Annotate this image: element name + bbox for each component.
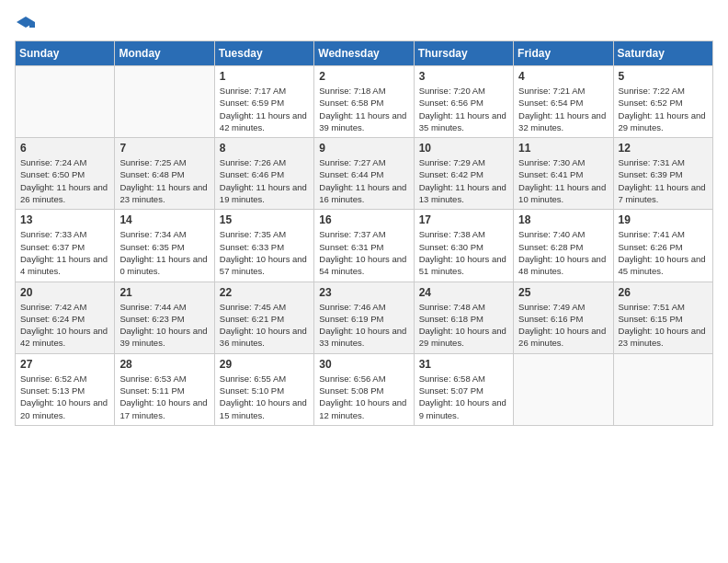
day-number: 2 bbox=[319, 70, 408, 83]
calendar-day-cell: 7Sunrise: 7:25 AM Sunset: 6:48 PM Daylig… bbox=[115, 138, 214, 210]
day-number: 23 bbox=[319, 286, 408, 299]
day-number: 14 bbox=[119, 213, 209, 226]
day-number: 24 bbox=[419, 286, 508, 299]
day-number: 12 bbox=[619, 142, 708, 155]
day-info: Sunrise: 7:30 AM Sunset: 6:41 PM Dayligh… bbox=[518, 156, 608, 205]
logo-bird-icon bbox=[17, 15, 35, 33]
calendar-day-cell bbox=[613, 353, 712, 425]
calendar-day-cell: 6Sunrise: 7:24 AM Sunset: 6:50 PM Daylig… bbox=[16, 138, 115, 210]
calendar-day-cell: 22Sunrise: 7:45 AM Sunset: 6:21 PM Dayli… bbox=[214, 282, 313, 353]
day-number: 27 bbox=[20, 358, 109, 371]
day-number: 20 bbox=[20, 286, 109, 299]
calendar-day-cell: 1Sunrise: 7:17 AM Sunset: 6:59 PM Daylig… bbox=[214, 66, 313, 138]
calendar-day-cell: 18Sunrise: 7:40 AM Sunset: 6:28 PM Dayli… bbox=[514, 210, 613, 282]
calendar-day-cell: 10Sunrise: 7:29 AM Sunset: 6:42 PM Dayli… bbox=[414, 138, 513, 210]
day-info: Sunrise: 7:45 AM Sunset: 6:21 PM Dayligh… bbox=[220, 301, 309, 350]
day-info: Sunrise: 7:46 AM Sunset: 6:19 PM Dayligh… bbox=[319, 301, 408, 350]
day-info: Sunrise: 7:40 AM Sunset: 6:28 PM Dayligh… bbox=[518, 228, 608, 277]
calendar-day-cell: 16Sunrise: 7:37 AM Sunset: 6:31 PM Dayli… bbox=[314, 210, 414, 282]
calendar-day-cell: 20Sunrise: 7:42 AM Sunset: 6:24 PM Dayli… bbox=[16, 282, 115, 353]
calendar-day-cell: 24Sunrise: 7:48 AM Sunset: 6:18 PM Dayli… bbox=[414, 282, 513, 353]
day-info: Sunrise: 7:35 AM Sunset: 6:33 PM Dayligh… bbox=[220, 228, 309, 277]
day-number: 13 bbox=[20, 213, 109, 226]
day-info: Sunrise: 7:27 AM Sunset: 6:44 PM Dayligh… bbox=[319, 156, 408, 205]
day-info: Sunrise: 7:49 AM Sunset: 6:16 PM Dayligh… bbox=[518, 301, 608, 350]
day-info: Sunrise: 6:53 AM Sunset: 5:11 PM Dayligh… bbox=[119, 373, 209, 421]
day-number: 16 bbox=[319, 213, 408, 226]
day-of-week-header: Friday bbox=[514, 41, 613, 66]
calendar-day-cell: 19Sunrise: 7:41 AM Sunset: 6:26 PM Dayli… bbox=[613, 210, 712, 282]
calendar-day-cell bbox=[514, 353, 613, 425]
day-number: 22 bbox=[220, 286, 309, 299]
calendar-day-cell bbox=[16, 66, 115, 138]
day-info: Sunrise: 7:42 AM Sunset: 6:24 PM Dayligh… bbox=[20, 301, 109, 350]
calendar-table: SundayMondayTuesdayWednesdayThursdayFrid… bbox=[15, 40, 713, 426]
day-of-week-header: Thursday bbox=[414, 41, 513, 66]
day-number: 5 bbox=[619, 70, 708, 83]
calendar-week-row: 27Sunrise: 6:52 AM Sunset: 5:13 PM Dayli… bbox=[16, 353, 713, 425]
calendar-week-row: 6Sunrise: 7:24 AM Sunset: 6:50 PM Daylig… bbox=[16, 138, 713, 210]
day-info: Sunrise: 7:29 AM Sunset: 6:42 PM Dayligh… bbox=[419, 156, 508, 205]
day-info: Sunrise: 7:34 AM Sunset: 6:35 PM Dayligh… bbox=[119, 228, 209, 277]
calendar-day-cell: 3Sunrise: 7:20 AM Sunset: 6:56 PM Daylig… bbox=[414, 66, 513, 138]
day-number: 29 bbox=[220, 358, 309, 371]
day-number: 4 bbox=[518, 70, 608, 83]
day-number: 25 bbox=[518, 286, 608, 299]
day-number: 15 bbox=[220, 213, 309, 226]
calendar-day-cell: 12Sunrise: 7:31 AM Sunset: 6:39 PM Dayli… bbox=[613, 138, 712, 210]
day-info: Sunrise: 7:17 AM Sunset: 6:59 PM Dayligh… bbox=[220, 85, 309, 133]
day-info: Sunrise: 7:38 AM Sunset: 6:30 PM Dayligh… bbox=[419, 228, 508, 277]
calendar-header-row: SundayMondayTuesdayWednesdayThursdayFrid… bbox=[16, 41, 713, 66]
day-info: Sunrise: 7:37 AM Sunset: 6:31 PM Dayligh… bbox=[319, 228, 408, 277]
day-of-week-header: Sunday bbox=[16, 41, 115, 66]
day-of-week-header: Wednesday bbox=[314, 41, 414, 66]
day-number: 7 bbox=[119, 142, 209, 155]
calendar-day-cell bbox=[115, 66, 214, 138]
calendar-day-cell: 14Sunrise: 7:34 AM Sunset: 6:35 PM Dayli… bbox=[115, 210, 214, 282]
calendar-day-cell: 29Sunrise: 6:55 AM Sunset: 5:10 PM Dayli… bbox=[214, 353, 313, 425]
day-of-week-header: Tuesday bbox=[214, 41, 313, 66]
calendar-day-cell: 30Sunrise: 6:56 AM Sunset: 5:08 PM Dayli… bbox=[314, 353, 414, 425]
calendar-day-cell: 8Sunrise: 7:26 AM Sunset: 6:46 PM Daylig… bbox=[214, 138, 313, 210]
day-number: 8 bbox=[220, 142, 309, 155]
day-number: 11 bbox=[518, 142, 608, 155]
calendar-day-cell: 15Sunrise: 7:35 AM Sunset: 6:33 PM Dayli… bbox=[214, 210, 313, 282]
day-info: Sunrise: 7:18 AM Sunset: 6:58 PM Dayligh… bbox=[319, 85, 408, 133]
calendar-day-cell: 9Sunrise: 7:27 AM Sunset: 6:44 PM Daylig… bbox=[314, 138, 414, 210]
calendar-week-row: 1Sunrise: 7:17 AM Sunset: 6:59 PM Daylig… bbox=[16, 66, 713, 138]
day-number: 1 bbox=[220, 70, 309, 83]
day-number: 18 bbox=[518, 213, 608, 226]
day-number: 9 bbox=[319, 142, 408, 155]
day-info: Sunrise: 7:31 AM Sunset: 6:39 PM Dayligh… bbox=[619, 156, 708, 205]
day-info: Sunrise: 6:55 AM Sunset: 5:10 PM Dayligh… bbox=[220, 373, 309, 421]
day-info: Sunrise: 7:33 AM Sunset: 6:37 PM Dayligh… bbox=[20, 228, 109, 277]
day-number: 19 bbox=[619, 213, 708, 226]
calendar-day-cell: 26Sunrise: 7:51 AM Sunset: 6:15 PM Dayli… bbox=[613, 282, 712, 353]
day-info: Sunrise: 7:44 AM Sunset: 6:23 PM Dayligh… bbox=[119, 301, 209, 350]
day-info: Sunrise: 7:21 AM Sunset: 6:54 PM Dayligh… bbox=[518, 85, 608, 133]
day-number: 10 bbox=[419, 142, 508, 155]
calendar-day-cell: 28Sunrise: 6:53 AM Sunset: 5:11 PM Dayli… bbox=[115, 353, 214, 425]
calendar-day-cell: 5Sunrise: 7:22 AM Sunset: 6:52 PM Daylig… bbox=[613, 66, 712, 138]
calendar-day-cell: 17Sunrise: 7:38 AM Sunset: 6:30 PM Dayli… bbox=[414, 210, 513, 282]
day-info: Sunrise: 7:41 AM Sunset: 6:26 PM Dayligh… bbox=[619, 228, 708, 277]
calendar-day-cell: 2Sunrise: 7:18 AM Sunset: 6:58 PM Daylig… bbox=[314, 66, 414, 138]
day-number: 31 bbox=[419, 358, 508, 371]
calendar-day-cell: 31Sunrise: 6:58 AM Sunset: 5:07 PM Dayli… bbox=[414, 353, 513, 425]
day-info: Sunrise: 7:26 AM Sunset: 6:46 PM Dayligh… bbox=[220, 156, 309, 205]
svg-marker-1 bbox=[29, 22, 35, 28]
day-info: Sunrise: 7:24 AM Sunset: 6:50 PM Dayligh… bbox=[20, 156, 109, 205]
day-info: Sunrise: 6:58 AM Sunset: 5:07 PM Dayligh… bbox=[419, 373, 508, 421]
day-number: 28 bbox=[119, 358, 209, 371]
calendar-day-cell: 23Sunrise: 7:46 AM Sunset: 6:19 PM Dayli… bbox=[314, 282, 414, 353]
day-info: Sunrise: 6:52 AM Sunset: 5:13 PM Dayligh… bbox=[20, 373, 109, 421]
day-info: Sunrise: 7:25 AM Sunset: 6:48 PM Dayligh… bbox=[119, 156, 209, 205]
day-info: Sunrise: 7:20 AM Sunset: 6:56 PM Dayligh… bbox=[419, 85, 508, 133]
day-number: 3 bbox=[419, 70, 508, 83]
day-info: Sunrise: 7:48 AM Sunset: 6:18 PM Dayligh… bbox=[419, 301, 508, 350]
calendar-day-cell: 27Sunrise: 6:52 AM Sunset: 5:13 PM Dayli… bbox=[16, 353, 115, 425]
day-of-week-header: Saturday bbox=[613, 41, 712, 66]
calendar-day-cell: 25Sunrise: 7:49 AM Sunset: 6:16 PM Dayli… bbox=[514, 282, 613, 353]
day-of-week-header: Monday bbox=[115, 41, 214, 66]
day-number: 30 bbox=[319, 358, 408, 371]
